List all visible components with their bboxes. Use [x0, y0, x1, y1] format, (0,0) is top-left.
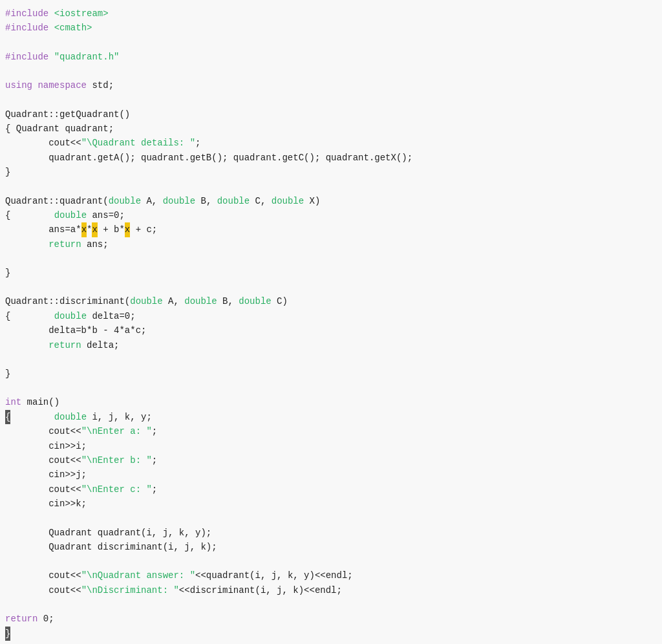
- code-token: i, j, k, y;: [87, 410, 152, 424]
- code-line: cin>>i;: [0, 439, 662, 453]
- code-token: A,: [163, 294, 185, 308]
- code-line: cout<<"\nEnter a: ";: [0, 424, 662, 438]
- code-token: "\nQuadrant answer: ": [81, 568, 195, 583]
- code-token: }: [5, 627, 10, 641]
- code-token: cout<<: [5, 482, 81, 497]
- code-token: Quadrant discriminant(i, j, k);: [5, 540, 217, 554]
- code-line: cout<<"\nDiscriminant: "<<discriminant(i…: [0, 583, 662, 597]
- code-token: #include: [5, 21, 54, 35]
- code-token: double: [54, 208, 87, 222]
- code-token: <<quadrant(i, j, k, y)<<endl;: [195, 568, 353, 583]
- code-line: using namespace std;: [0, 78, 662, 92]
- code-token: [5, 338, 48, 352]
- code-line: }: [0, 367, 662, 381]
- code-token: cin>>i;: [5, 439, 87, 453]
- code-line: #include "quadrant.h": [0, 50, 662, 64]
- code-token: ans=0;: [87, 208, 125, 222]
- code-token: double: [54, 309, 87, 323]
- code-token: #include: [5, 6, 54, 21]
- code-token: ans;: [81, 237, 109, 252]
- code-line: return ans;: [0, 237, 662, 252]
- code-token: <cmath>: [54, 21, 92, 35]
- code-token: {: [5, 208, 54, 222]
- code-token: double: [272, 194, 304, 208]
- code-token: "\nEnter b: ": [81, 453, 152, 467]
- code-line: Quadrant discriminant(i, j, k);: [0, 540, 662, 554]
- code-token: x: [92, 222, 97, 237]
- code-line: [0, 252, 662, 266]
- code-token: double: [130, 294, 162, 308]
- code-line: [0, 597, 662, 612]
- code-token: double: [184, 294, 217, 308]
- code-line: cin>>j;: [0, 467, 662, 482]
- code-token: Quadrant::quadrant(: [5, 194, 109, 208]
- code-token: cout<<: [5, 424, 81, 438]
- code-token: double: [217, 194, 250, 208]
- code-line: Quadrant::discriminant(double A, double …: [0, 294, 662, 308]
- code-token: delta;: [81, 338, 120, 352]
- code-token: Quadrant quadrant(i, j, k, y);: [5, 526, 211, 540]
- code-line: delta=b*b - 4*a*c;: [0, 323, 662, 338]
- code-line: cin>>k;: [0, 497, 662, 511]
- code-token: *: [87, 222, 92, 237]
- code-token: cin>>j;: [5, 467, 87, 482]
- code-line: int main(): [0, 395, 662, 409]
- code-token: X): [304, 194, 320, 208]
- code-token: int: [5, 395, 21, 409]
- code-token: }: [5, 266, 10, 280]
- code-line: #include <iostream>: [0, 6, 662, 21]
- code-token: x: [125, 222, 130, 237]
- code-token: using namespace: [5, 78, 92, 92]
- code-line: [0, 93, 662, 107]
- code-token: cout<<: [5, 136, 81, 150]
- code-token: main(): [21, 395, 59, 409]
- code-line: ans=a*x*x + b*x + c;: [0, 222, 662, 237]
- code-line: Quadrant::getQuadrant(): [0, 107, 662, 122]
- code-token: "quadrant.h": [54, 50, 120, 64]
- code-line: [0, 381, 662, 395]
- code-token: "\nEnter a: ": [81, 424, 152, 438]
- code-token: C): [272, 294, 288, 308]
- code-line: cout<<"\nEnter b: ";: [0, 453, 662, 467]
- code-token: ;: [152, 482, 157, 497]
- code-token: }: [5, 367, 10, 381]
- code-token: double: [54, 410, 87, 424]
- code-line: [0, 180, 662, 194]
- code-line: cout<<"\nQuadrant answer: "<<quadrant(i,…: [0, 568, 662, 583]
- code-token: std;: [92, 78, 114, 92]
- code-token: return: [48, 237, 81, 252]
- code-line: [0, 36, 662, 50]
- code-line: { double ans=0;: [0, 208, 662, 222]
- code-token: C,: [250, 194, 272, 208]
- code-token: cout<<: [5, 568, 81, 583]
- code-token: #include: [5, 50, 54, 64]
- code-token: ;: [152, 424, 157, 438]
- code-line: Quadrant::quadrant(double A, double B, d…: [0, 194, 662, 208]
- code-line: }: [0, 165, 662, 179]
- code-token: double: [239, 294, 271, 308]
- code-token: { Quadrant quadrant;: [5, 122, 114, 136]
- code-line: quadrant.getA(); quadrant.getB(); quadra…: [0, 151, 662, 165]
- code-line: cout<<"\Quadrant details: ";: [0, 136, 662, 150]
- code-token: {: [5, 410, 10, 424]
- code-line: [0, 64, 662, 78]
- code-line: Quadrant quadrant(i, j, k, y);: [0, 526, 662, 540]
- code-line: }: [0, 627, 662, 641]
- code-token: ;: [195, 136, 200, 150]
- code-line: }: [0, 266, 662, 280]
- code-line: { Quadrant quadrant;: [0, 122, 662, 136]
- code-line: { double i, j, k, y;: [0, 410, 662, 424]
- code-line: [0, 511, 662, 526]
- code-line: [0, 554, 662, 568]
- code-token: cout<<: [5, 453, 81, 467]
- code-token: 0;: [37, 612, 54, 626]
- code-line: [0, 280, 662, 294]
- code-token: x: [81, 222, 87, 237]
- code-token: return: [5, 612, 37, 626]
- code-token: Quadrant::discriminant(: [5, 294, 130, 308]
- code-token: B,: [217, 294, 239, 308]
- code-token: <<discriminant(i, j, k)<<endl;: [179, 583, 342, 597]
- code-token: quadrant.getA(); quadrant.getB(); quadra…: [5, 151, 412, 165]
- code-line: { double delta=0;: [0, 309, 662, 323]
- code-token: [5, 237, 48, 252]
